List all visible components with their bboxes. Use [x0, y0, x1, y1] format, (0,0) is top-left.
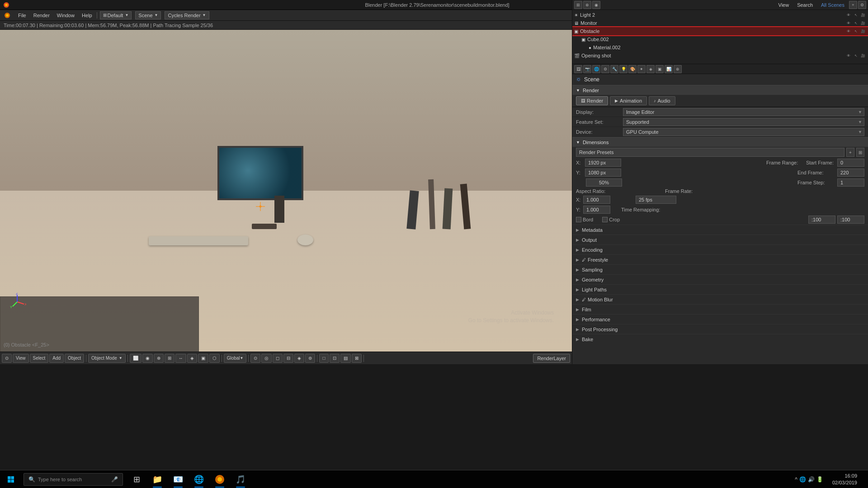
crop-checkbox[interactable]: Crop — [602, 217, 620, 222]
fps-field[interactable]: 25 fps — [636, 196, 676, 204]
light-paths-section[interactable]: ▶ Light Paths — [572, 284, 868, 294]
viewport-icon-1[interactable]: ⬜ — [130, 354, 142, 363]
viewport-icon-16[interactable]: ▤ — [340, 354, 351, 363]
show-desktop-button[interactable] — [861, 470, 864, 488]
preset-settings-btn[interactable]: ⊞ — [856, 148, 864, 157]
viewport-icon-14[interactable]: □ — [319, 354, 328, 363]
viewport-icon-4[interactable]: ⊞ — [165, 354, 175, 363]
cursor-btn[interactable]: ↖ — [853, 52, 859, 59]
rp2-icon-2[interactable]: 📷 — [583, 65, 591, 73]
tree-item-material002[interactable]: ● Material.002 — [572, 43, 868, 52]
viewport-icon-15[interactable]: ⊡ — [330, 354, 340, 363]
feature-set-value[interactable]: Supported ▼ — [623, 118, 864, 126]
eye-btn[interactable]: 👁 — [845, 52, 852, 59]
rp-icon-2[interactable]: ⊕ — [583, 1, 591, 9]
eye-btn[interactable]: 👁 — [845, 12, 852, 18]
rp-icon-3[interactable]: ◉ — [592, 1, 600, 9]
bord-checkbox-box[interactable] — [576, 217, 581, 222]
render-layer-badge[interactable]: RenderLayer — [533, 354, 570, 363]
taskbar-search[interactable]: 🔍 Type here to search 🎤 — [24, 473, 123, 486]
viewport-icon-2[interactable]: ◉ — [142, 354, 153, 363]
battery-icon[interactable]: 🔋 — [816, 476, 823, 483]
cursor-btn[interactable]: ↖ — [853, 20, 859, 26]
view-menu[interactable]: View — [13, 354, 29, 363]
rp2-icon-4[interactable]: ⚙ — [601, 65, 609, 73]
browser-app[interactable]: 🌐 — [189, 470, 209, 488]
render-btn[interactable]: 🎥 — [860, 20, 866, 26]
motion-blur-section[interactable]: ▶ 🖊 Motion Blur — [572, 294, 868, 304]
volume-icon[interactable]: 🔊 — [808, 476, 815, 483]
sampling-section[interactable]: ▶ Sampling — [572, 264, 868, 274]
eye-btn[interactable]: 👁 — [845, 28, 852, 34]
rp2-icon-1[interactable]: 🖼 — [574, 65, 582, 73]
viewport-icon-12[interactable]: ◈ — [294, 354, 304, 363]
time-new-field[interactable]: :100 — [837, 216, 864, 224]
rp2-icon-7[interactable]: 🎨 — [628, 65, 637, 73]
freestyle-section[interactable]: ▶ 🖊 Freestyle — [572, 254, 868, 264]
rp2-icon-6[interactable]: 💡 — [619, 65, 627, 73]
select-menu[interactable]: Select — [30, 354, 49, 363]
rp-icon-4[interactable]: + — [849, 1, 857, 9]
rp-all-scenes-label[interactable]: All Scenes — [817, 2, 848, 8]
aspect-y-field[interactable]: 1.000 — [583, 206, 610, 214]
cursor-btn[interactable]: ↖ — [853, 12, 859, 18]
network-icon[interactable]: 🌐 — [799, 476, 806, 483]
render-btn[interactable]: 🎥 — [860, 52, 866, 59]
rp-search-label[interactable]: Search — [793, 2, 816, 8]
object-menu[interactable]: Object — [65, 354, 84, 363]
tree-item-obstacle[interactable]: ▣ Obstacle 👁 ↖ 🎥 — [572, 27, 868, 35]
viewport-icon-11[interactable]: ⊟ — [283, 354, 293, 363]
performance-section[interactable]: ▶ Performance — [572, 314, 868, 324]
rp2-icon-12[interactable]: ⊕ — [674, 65, 682, 73]
film-section[interactable]: ▶ Film — [572, 304, 868, 314]
end-frame-field[interactable]: 220 — [837, 169, 864, 177]
resolution-y-field[interactable]: 1080 px — [585, 169, 621, 177]
render-btn[interactable]: 🎥 — [860, 28, 866, 34]
rp2-icon-3[interactable]: 🌐 — [592, 65, 600, 73]
transform-global[interactable]: Global ▼ — [224, 354, 247, 363]
post-processing-section[interactable]: ▶ Post Processing — [572, 324, 868, 334]
rp-icon-1[interactable]: ⊞ — [574, 1, 582, 9]
dimensions-section-header[interactable]: ▼ Dimensions — [572, 137, 868, 147]
render-presets-box[interactable]: Render Presets — [576, 148, 844, 157]
render-btn[interactable]: 🎥 — [860, 12, 866, 18]
blender-app[interactable] — [210, 470, 230, 488]
bake-section[interactable]: ▶ Bake — [572, 334, 868, 344]
resolution-x-field[interactable]: 1920 px — [585, 159, 621, 167]
viewport-icon-17[interactable]: ⊠ — [352, 354, 362, 363]
start-button[interactable] — [0, 470, 22, 488]
bord-checkbox[interactable]: Bord — [576, 217, 593, 222]
encoding-section[interactable]: ▶ Encoding — [572, 244, 868, 254]
cursor-btn[interactable]: ↖ — [853, 28, 859, 34]
magnet-icon[interactable]: ⊙ — [250, 354, 260, 363]
tree-item-openingshot[interactable]: 🎬 Opening shot 👁 ↖ 🎥 — [572, 52, 868, 60]
music-app[interactable]: 🎵 — [231, 470, 250, 488]
blender-menu[interactable] — [0, 10, 14, 21]
chevron-up-icon[interactable]: ^ — [795, 476, 797, 483]
taskbar-clock[interactable]: 16:09 02/03/2019 — [829, 473, 861, 486]
workspace-selector[interactable]: ⊞ Default ▼ — [100, 11, 132, 19]
mail-app[interactable]: 📧 — [168, 470, 188, 488]
viewport-icon-3[interactable]: ⊕ — [154, 354, 164, 363]
object-mode-dropdown[interactable]: Object Mode ▼ — [88, 354, 126, 363]
resolution-pct-field[interactable]: 50% — [586, 178, 622, 187]
rp2-icon-8[interactable]: ✦ — [637, 65, 646, 73]
explorer-app[interactable]: 📁 — [147, 470, 167, 488]
file-menu[interactable]: File — [14, 10, 30, 21]
render-tab[interactable]: 🖼 Render — [576, 96, 608, 105]
start-frame-field[interactable]: 0 — [837, 159, 864, 167]
preset-add-btn[interactable]: + — [846, 148, 854, 157]
viewport-icon-9[interactable]: ◎ — [261, 354, 272, 363]
viewport-icon-5[interactable]: ↔ — [175, 354, 186, 363]
audio-tab[interactable]: ♪ Audio — [649, 96, 675, 105]
animation-tab[interactable]: ▶ Animation — [610, 96, 647, 105]
rp-view-label[interactable]: View — [775, 2, 793, 8]
tree-item-light2[interactable]: ☀ Light 2 👁 ↖ 🎥 — [572, 11, 868, 19]
viewport-icon-8[interactable]: ⬡ — [209, 354, 220, 363]
geometry-section[interactable]: ▶ Geometry — [572, 274, 868, 284]
crop-checkbox-box[interactable] — [602, 217, 608, 222]
scene-selector[interactable]: Scene ▼ — [135, 11, 161, 19]
taskview-app[interactable]: ⊞ — [127, 470, 146, 488]
render-section-header[interactable]: ▼ Render — [572, 85, 868, 95]
rp2-icon-5[interactable]: 🔧 — [610, 65, 618, 73]
